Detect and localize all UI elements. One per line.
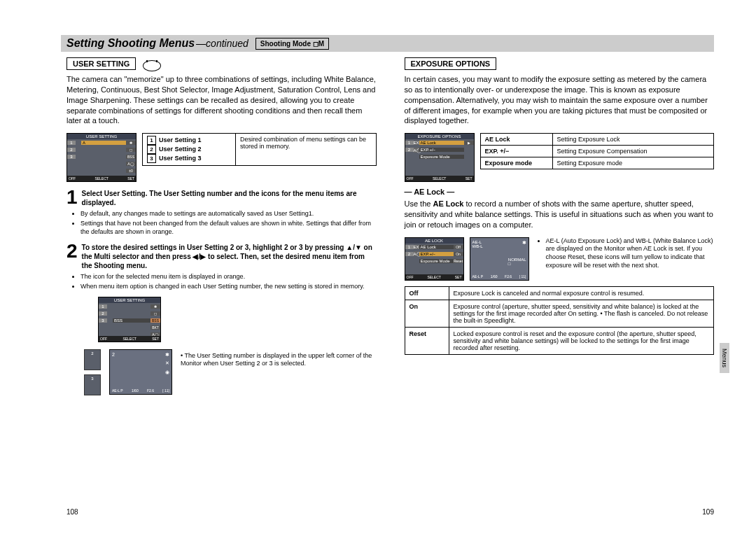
us-row-2: User Setting 2 [159, 146, 202, 153]
step-2-number: 2 [66, 241, 78, 261]
monitor-screenshot: 2 ✱ ✕ ◉ AE-L P1/60F2.6[ 11] [109, 349, 172, 395]
exposure-screenshot: EXPOSURE OPTIONS 1EXPAE Lock▶ 2A◯EXP.+/−… [405, 133, 475, 182]
ae-lock-screenshot-2: AE-LWB-L ✱ NORMAL□ AE-L P1/60F2.6[ 11] [470, 237, 529, 281]
header-bar: Setting Shooting Menus —continued Shooti… [61, 35, 714, 52]
step-2-text: To store the desired settings in User Se… [82, 241, 377, 270]
ae-lock-screenshot-1: AE LOCK 1EXPAE LockOff 2A◯EXP.+/−On Expo… [405, 237, 464, 281]
exposure-intro: In certain cases, you may want to modify… [405, 74, 715, 126]
us-desc: Desired combination of menu settings can… [236, 134, 377, 166]
ss-menu-select: SELECT [94, 176, 108, 181]
user-setting-heading: USER SETTING [66, 57, 136, 70]
user-setting-table: 1User Setting 1 2User Setting 2 3User Se… [142, 133, 377, 166]
ae-lock-heading: — AE Lock — [405, 188, 715, 196]
exposure-options-table: AE LockSetting Exposure Lock EXP. +/−Set… [480, 133, 715, 169]
ae-ss-title: AE LOCK [405, 238, 463, 244]
ae-notes: AE-L (Auto Exposure Lock) and WB-L (Whit… [536, 237, 715, 270]
ae-lock-table: OffExposure Lock is canceled and normal … [405, 286, 715, 355]
step1-bullet-0: By default, any changes made to settings… [80, 210, 377, 218]
page-number-left: 108 [66, 508, 78, 516]
corner-indicator-2: 3 [84, 374, 101, 395]
ss1-title: USER SETTING [67, 134, 136, 139]
us-row-1: User Setting 1 [159, 136, 202, 143]
corner-caption: • The User Setting number is displayed i… [181, 349, 377, 368]
shooting-mode-box: Shooting Mode ◻M [255, 38, 329, 50]
user-setting-screenshot-2: USER SETTING 1✱ 2◻ 3BSSBSS BKT A◯ OFFSEL… [98, 297, 161, 342]
left-column: USER SETTING The camera can "memorize" u… [66, 57, 377, 402]
corner-indicator-1: 2 [84, 349, 101, 370]
shooting-mode-label: Shooting Mode [260, 40, 311, 48]
side-tab-menus: Menus [720, 343, 729, 373]
dial-icon [143, 60, 161, 71]
step-1-text: Select User Setting. The User Setting nu… [82, 188, 377, 207]
exposure-heading: EXPOSURE OPTIONS [405, 57, 497, 70]
exp-ss-title: EXPOSURE OPTIONS [405, 134, 474, 139]
step1-bullet-1: Settings that have not been changed from… [80, 220, 377, 236]
user-setting-screenshot-1: USER SETTING 1A✱ 2◻ 3BSS A◯ ±0 OFF SELEC… [66, 133, 136, 182]
step2-bullet-0: The icon for the selected menu item is d… [80, 273, 377, 281]
page-subtitle: —continued [196, 38, 248, 49]
page-title: Setting Shooting Menus [66, 37, 195, 50]
ae-lock-intro: Use the AE Lock to record a number of sh… [405, 199, 715, 230]
step-1-bullets: By default, any changes made to settings… [80, 210, 377, 236]
us-row-3: User Setting 3 [159, 155, 202, 162]
ss-menu-set: SET [127, 176, 134, 181]
right-column: EXPOSURE OPTIONS In certain cases, you m… [405, 57, 715, 402]
page-number-right: 109 [702, 508, 714, 516]
step2-bullet-1: When menu item option is changed in each… [80, 283, 377, 291]
ss2-bss: BSS [113, 318, 150, 323]
camera-icon: ◻M [313, 40, 324, 48]
step-2-bullets: The icon for the selected menu item is d… [80, 273, 377, 290]
user-setting-intro: The camera can "memorize" up to three co… [66, 74, 377, 126]
step-1-number: 1 [66, 188, 78, 207]
ss-menu-off: OFF [69, 176, 76, 181]
ss2-title: USER SETTING [99, 297, 160, 303]
